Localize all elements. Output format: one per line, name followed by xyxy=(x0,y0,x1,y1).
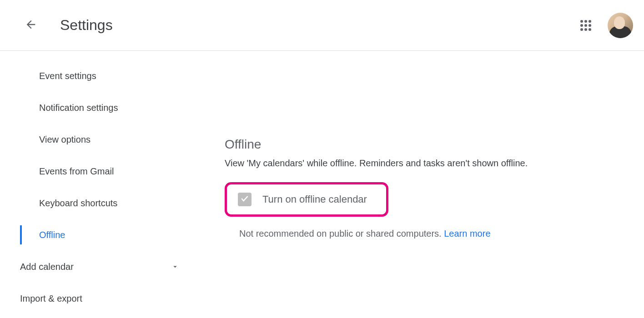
sidebar-item-event-settings[interactable]: Event settings xyxy=(0,60,196,92)
sidebar-section-import-export[interactable]: Import & export xyxy=(0,283,196,314)
page-title: Settings xyxy=(60,17,113,34)
learn-more-link[interactable]: Learn more xyxy=(444,229,490,238)
apps-grid-icon xyxy=(580,20,591,31)
sidebar-item-events-from-gmail[interactable]: Events from Gmail xyxy=(0,155,196,187)
apps-launcher-button[interactable] xyxy=(575,15,597,36)
offline-checkbox-label: Turn on offline calendar xyxy=(262,194,367,205)
sidebar-item-label: Events from Gmail xyxy=(39,166,114,177)
chevron-down-icon xyxy=(171,263,179,271)
body: Event settings Notification settings Vie… xyxy=(0,51,644,318)
sidebar-item-offline[interactable]: Offline xyxy=(0,219,196,251)
sidebar: Event settings Notification settings Vie… xyxy=(0,51,196,318)
offline-checkbox[interactable] xyxy=(238,193,252,206)
sidebar-item-notification-settings[interactable]: Notification settings xyxy=(0,92,196,124)
header: Settings xyxy=(0,0,644,51)
note-text: Not recommended on public or shared comp… xyxy=(239,229,444,238)
sidebar-section-label: Import & export xyxy=(20,293,82,304)
annotation-highlight: Turn on offline calendar xyxy=(225,182,388,217)
sidebar-item-label: Offline xyxy=(39,230,65,240)
back-button[interactable] xyxy=(20,15,42,36)
arrow-left-icon xyxy=(25,18,37,33)
sidebar-item-view-options[interactable]: View options xyxy=(0,124,196,155)
sidebar-item-keyboard-shortcuts[interactable]: Keyboard shortcuts xyxy=(0,187,196,219)
sidebar-section-label: Add calendar xyxy=(20,262,74,272)
section-title: Offline xyxy=(225,137,630,152)
sidebar-item-label: Keyboard shortcuts xyxy=(39,198,117,209)
sidebar-item-label: Event settings xyxy=(39,71,96,81)
section-description: View 'My calendars' while offline. Remin… xyxy=(225,158,630,169)
checkmark-icon xyxy=(240,194,249,205)
header-right xyxy=(575,13,633,38)
account-avatar[interactable] xyxy=(608,13,633,38)
sidebar-section-add-calendar[interactable]: Add calendar xyxy=(0,251,196,283)
sidebar-item-label: View options xyxy=(39,134,91,145)
offline-note: Not recommended on public or shared comp… xyxy=(239,229,630,239)
sidebar-item-label: Notification settings xyxy=(39,103,118,113)
main-content: Offline View 'My calendars' while offlin… xyxy=(196,51,644,318)
